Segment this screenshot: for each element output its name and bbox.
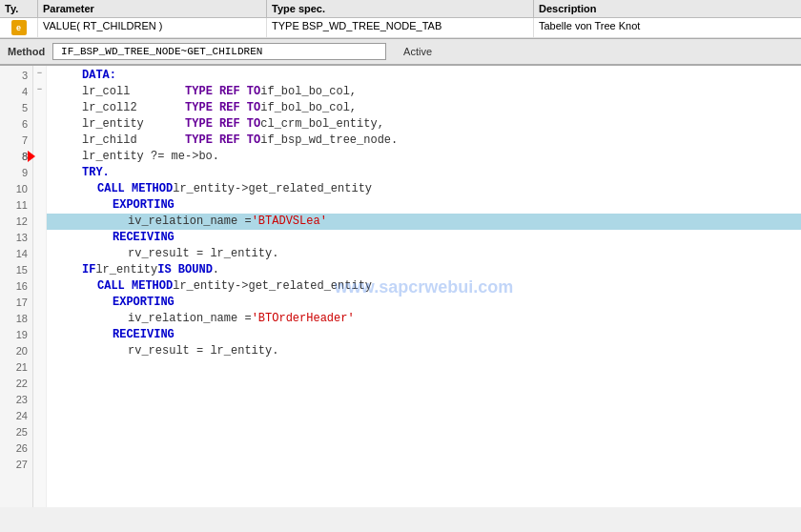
code-token: CALL METHOD xyxy=(97,181,173,197)
line-number: 14 xyxy=(0,246,32,262)
col-desc-value: Tabelle von Tree Knot xyxy=(534,18,801,37)
code-token: lr_entity->get_related_entity xyxy=(173,181,372,197)
fold-marker[interactable]: − xyxy=(33,82,46,98)
method-name-input[interactable]: IF_BSP_WD_TREE_NODE~GET_CHILDREN xyxy=(52,43,386,60)
code-token: TYPE REF TO xyxy=(185,116,260,133)
code-content[interactable]: www.sapcrwebui.com DATA:lr_coll TYPE REF… xyxy=(47,66,801,507)
fold-gutter: −− xyxy=(33,66,47,507)
line-number: 18 xyxy=(0,311,32,327)
line-number: 3 xyxy=(0,68,32,84)
fold-marker[interactable]: − xyxy=(33,66,46,82)
code-line: RECEIVING xyxy=(47,230,801,246)
code-line: lr_coll2 TYPE REF TO if_bol_bo_col, xyxy=(47,100,801,116)
code-token: iv_relation_name = xyxy=(128,214,252,230)
code-token: rv_result = lr_entity. xyxy=(128,343,278,359)
code-line: CALL METHOD lr_entity->get_related_entit… xyxy=(47,181,801,197)
line-number: 10 xyxy=(0,181,32,197)
line-number: 9 xyxy=(0,165,32,181)
col-header-ty: Ty. xyxy=(0,0,38,17)
line-number: 21 xyxy=(0,359,32,376)
line-numbers: 3456789101112131415161718192021222324252… xyxy=(0,66,33,507)
method-label: Method xyxy=(8,46,45,57)
line-number: 4 xyxy=(0,84,32,100)
code-token: if_bol_bo_col, xyxy=(260,84,357,100)
code-token: . xyxy=(213,262,219,278)
export-icon: e xyxy=(11,20,27,35)
line-number: 12 xyxy=(0,214,32,230)
line-number: 26 xyxy=(0,440,32,457)
code-token: EXPORTING xyxy=(113,197,175,214)
col-type-value: TYPE BSP_WD_TREE_NODE_TAB xyxy=(267,18,534,37)
code-line: iv_relation_name = 'BTADVSLea' xyxy=(47,214,801,230)
code-token: EXPORTING xyxy=(113,295,175,311)
code-token xyxy=(137,100,185,116)
code-token xyxy=(130,84,185,100)
line-number: 13 xyxy=(0,230,32,246)
col-header-parameter: Parameter xyxy=(38,0,267,17)
code-token: DATA: xyxy=(82,68,116,84)
line-number: 6 xyxy=(0,116,32,133)
code-token xyxy=(137,133,185,149)
line-number: 17 xyxy=(0,295,32,311)
code-line: iv_relation_name = 'BTOrderHeader' xyxy=(47,311,801,327)
code-token: lr_entity xyxy=(95,262,157,278)
code-line: IF lr_entity IS BOUND. xyxy=(47,262,801,278)
method-bar: Method IF_BSP_WD_TREE_NODE~GET_CHILDREN … xyxy=(0,39,801,66)
line-number: 8 xyxy=(0,149,32,165)
code-token: CALL METHOD xyxy=(97,278,173,295)
code-token: lr_entity xyxy=(82,116,144,133)
parameter-table: Ty. Parameter Type spec. Description e V… xyxy=(0,0,801,39)
code-line: CALL METHOD lr_entity->get_related_entit… xyxy=(47,278,801,295)
code-line: lr_entity ?= me->bo. xyxy=(47,149,801,165)
code-token: 'BTOrderHeader' xyxy=(252,311,355,327)
col-param-value: VALUE( RT_CHILDREN ) xyxy=(38,18,267,37)
code-token: TYPE REF TO xyxy=(185,100,260,116)
line-number: 11 xyxy=(0,197,32,214)
code-token: TYPE REF TO xyxy=(185,133,260,149)
line-number: 24 xyxy=(0,408,32,424)
code-line: lr_coll TYPE REF TO if_bol_bo_col, xyxy=(47,84,801,100)
line-number: 27 xyxy=(0,457,32,473)
code-line: RECEIVING xyxy=(47,327,801,343)
code-token: cl_crm_bol_entity, xyxy=(260,116,384,133)
code-token: lr_entity ?= me->bo. xyxy=(82,149,219,165)
line-number: 22 xyxy=(0,376,32,392)
method-status: Active xyxy=(403,46,432,57)
code-token: RECEIVING xyxy=(113,230,175,246)
line-number: 5 xyxy=(0,100,32,116)
line-number: 7 xyxy=(0,133,32,149)
line-number: 19 xyxy=(0,327,32,343)
code-line: EXPORTING xyxy=(47,197,801,214)
code-token: lr_child xyxy=(82,133,137,149)
line-number: 25 xyxy=(0,424,32,440)
code-token: rv_result = lr_entity. xyxy=(128,246,278,262)
code-line: DATA: xyxy=(47,68,801,84)
code-line: rv_result = lr_entity. xyxy=(47,246,801,262)
code-token: if_bol_bo_col, xyxy=(260,100,357,116)
code-token: 'BTADVSLea' xyxy=(252,214,327,230)
code-token: TYPE REF TO xyxy=(185,84,260,100)
code-token: RECEIVING xyxy=(113,327,175,343)
code-token: IF xyxy=(82,262,95,278)
code-token: lr_coll2 xyxy=(82,100,137,116)
line-number: 20 xyxy=(0,343,32,359)
line-number: 23 xyxy=(0,392,32,408)
code-token: if_bsp_wd_tree_node. xyxy=(260,133,398,149)
code-token: lr_entity->get_related_entity xyxy=(173,278,372,295)
line-number: 16 xyxy=(0,278,32,295)
code-line: lr_child TYPE REF TO if_bsp_wd_tree_node… xyxy=(47,133,801,149)
table-header-row: Ty. Parameter Type spec. Description xyxy=(0,0,801,18)
code-line: EXPORTING xyxy=(47,295,801,311)
code-token: IS BOUND xyxy=(157,262,213,278)
code-line: lr_entity TYPE REF TO cl_crm_bol_entity, xyxy=(47,116,801,133)
code-editor[interactable]: 3456789101112131415161718192021222324252… xyxy=(0,66,801,507)
col-ty-value: e xyxy=(0,18,38,37)
code-token: lr_coll xyxy=(82,84,130,100)
code-line: TRY. xyxy=(47,165,801,181)
table-row[interactable]: e VALUE( RT_CHILDREN ) TYPE BSP_WD_TREE_… xyxy=(0,18,801,38)
line-number: 15 xyxy=(0,262,32,278)
code-token: TRY. xyxy=(82,165,110,181)
code-line: rv_result = lr_entity. xyxy=(47,343,801,359)
col-header-type-spec: Type spec. xyxy=(267,0,534,17)
code-token: iv_relation_name = xyxy=(128,311,252,327)
